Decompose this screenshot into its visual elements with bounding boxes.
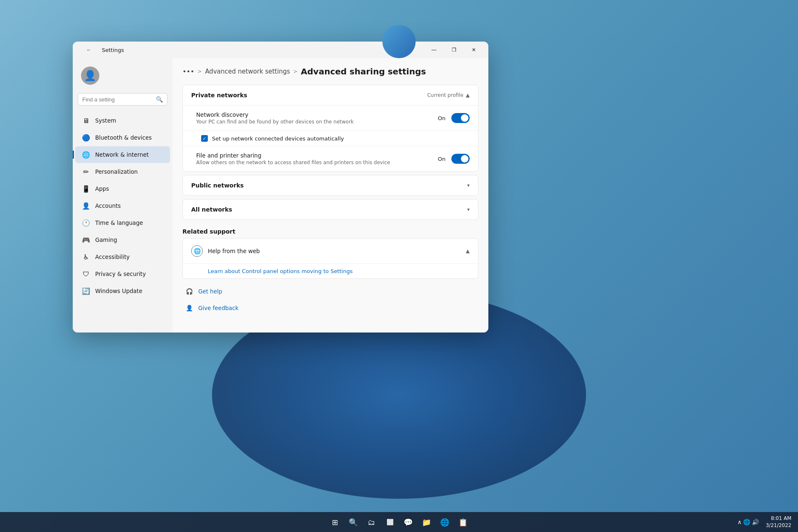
minimize-button[interactable]: — bbox=[424, 43, 443, 57]
network-discovery-desc: Your PC can find and be found by other d… bbox=[196, 119, 438, 125]
sidebar-item-time[interactable]: 🕐 Time & language bbox=[75, 214, 170, 231]
help-from-web-card: 🌐 Help from the web ▲ Learn about Contro… bbox=[182, 238, 478, 279]
taskbar-chevron-icon[interactable]: ∧ bbox=[737, 519, 741, 525]
give-feedback-item[interactable]: 👤 Give feedback bbox=[182, 300, 478, 315]
sidebar-item-accounts[interactable]: 👤 Accounts bbox=[75, 197, 170, 214]
title-bar: ← Settings — ❐ ✕ bbox=[73, 42, 488, 58]
network-discovery-label: Network discovery bbox=[196, 111, 438, 118]
taskbar-explorer-button[interactable]: 📁 bbox=[419, 515, 434, 530]
sidebar-item-privacy[interactable]: 🛡 Privacy & security bbox=[75, 266, 170, 282]
taskbar-right: ∧ 🌐 🔊 8:01 AM 3/21/2022 bbox=[737, 515, 791, 529]
sidebar-item-gaming[interactable]: 🎮 Gaming bbox=[75, 232, 170, 248]
taskbar-chat-button[interactable]: 💬 bbox=[401, 515, 416, 530]
file-printer-label: File and printer sharing bbox=[196, 152, 438, 159]
nav-label-bluetooth: Bluetooth & devices bbox=[95, 134, 152, 141]
nav-icon-apps: 📱 bbox=[82, 185, 90, 193]
taskbar-store-button[interactable]: 📋 bbox=[456, 515, 470, 530]
window-title: Settings bbox=[102, 47, 124, 53]
get-help-icon: 🎧 bbox=[184, 286, 194, 296]
nav-icon-update: 🔄 bbox=[82, 287, 90, 295]
taskbar-date-text: 3/21/2022 bbox=[766, 522, 791, 529]
nav-icon-personalization: ✏️ bbox=[82, 167, 90, 176]
help-link[interactable]: Learn about Control panel options moving… bbox=[183, 264, 478, 278]
taskbar-taskview-button[interactable]: 🗂 bbox=[364, 515, 379, 530]
nav-label-accessibility: Accessibility bbox=[95, 254, 130, 260]
public-networks-chevron: ▾ bbox=[467, 182, 470, 188]
all-networks-header[interactable]: All networks ▾ bbox=[183, 200, 478, 219]
all-networks-card: All networks ▾ bbox=[182, 199, 478, 220]
auto-setup-label: Set up network connected devices automat… bbox=[212, 135, 344, 142]
user-avatar: 👤 bbox=[73, 62, 172, 93]
nav-icon-time: 🕐 bbox=[82, 219, 90, 227]
file-printer-toggle-label: On bbox=[438, 156, 446, 162]
sidebar-item-network[interactable]: 🌐 Network & internet bbox=[75, 146, 170, 163]
nav-icon-system: 🖥 bbox=[82, 116, 90, 125]
sidebar-item-bluetooth[interactable]: 🔵 Bluetooth & devices bbox=[75, 129, 170, 146]
taskbar-edge-button[interactable]: 🌐 bbox=[437, 515, 452, 530]
settings-window: ← Settings — ❐ ✕ 👤 🔍 🖥 Sys bbox=[73, 42, 488, 332]
window-body: 👤 🔍 🖥 System 🔵 Bluetooth & devices 🌐 Net… bbox=[73, 58, 488, 332]
taskbar-widgets-button[interactable]: ⬜ bbox=[382, 515, 397, 530]
taskbar-volume-icon[interactable]: 🔊 bbox=[752, 519, 759, 525]
sidebar-item-apps[interactable]: 📱 Apps bbox=[75, 180, 170, 197]
auto-setup-checkbox[interactable]: ✓ bbox=[201, 135, 208, 142]
taskbar-network-icon[interactable]: 🌐 bbox=[743, 519, 750, 525]
give-feedback-text: Give feedback bbox=[198, 305, 239, 311]
title-bar-controls: — ❐ ✕ bbox=[424, 43, 483, 57]
taskbar-center: ⊞ 🔍 🗂 ⬜ 💬 📁 🌐 📋 bbox=[328, 515, 470, 530]
help-from-web-header[interactable]: 🌐 Help from the web ▲ bbox=[183, 239, 478, 264]
search-box[interactable]: 🔍 bbox=[78, 93, 167, 106]
sidebar-item-personalization[interactable]: ✏️ Personalization bbox=[75, 163, 170, 180]
help-from-web-header-inner: 🌐 Help from the web bbox=[191, 245, 260, 257]
restore-button[interactable]: ❐ bbox=[444, 43, 463, 57]
nav-label-gaming: Gaming bbox=[95, 236, 117, 243]
network-discovery-toggle-label: On bbox=[438, 115, 446, 121]
taskbar-sys-icons: ∧ 🌐 🔊 bbox=[737, 519, 759, 525]
breadcrumb-dots[interactable]: ••• bbox=[182, 68, 194, 76]
breadcrumb-sep1: > bbox=[197, 69, 202, 74]
nav-label-time: Time & language bbox=[95, 219, 143, 226]
close-button[interactable]: ✕ bbox=[464, 43, 483, 57]
network-discovery-info: Network discovery Your PC can find and b… bbox=[196, 111, 438, 125]
network-discovery-row: Network discovery Your PC can find and b… bbox=[183, 105, 478, 131]
public-networks-title: Public networks bbox=[191, 182, 244, 189]
network-discovery-toggle[interactable] bbox=[451, 113, 470, 123]
help-globe-icon: 🌐 bbox=[191, 245, 203, 257]
get-help-item[interactable]: 🎧 Get help bbox=[182, 284, 478, 299]
sidebar-item-accessibility[interactable]: ♿ Accessibility bbox=[75, 249, 170, 265]
nav-label-apps: Apps bbox=[95, 185, 109, 192]
get-help-text: Get help bbox=[198, 288, 222, 295]
main-content: ••• > Advanced network settings > Advanc… bbox=[172, 58, 488, 332]
top-avatar-decoration bbox=[382, 25, 416, 58]
nav-label-accounts: Accounts bbox=[95, 202, 121, 209]
avatar-person-icon: 👤 bbox=[84, 70, 96, 81]
public-networks-header[interactable]: Public networks ▾ bbox=[183, 175, 478, 195]
taskbar-time-text: 8:01 AM bbox=[766, 515, 791, 522]
taskbar-clock[interactable]: 8:01 AM 3/21/2022 bbox=[766, 515, 791, 529]
breadcrumb-advanced-network[interactable]: Advanced network settings bbox=[205, 68, 290, 75]
nav-icon-accounts: 👤 bbox=[82, 202, 90, 210]
private-networks-header[interactable]: Private networks Current profile ▲ bbox=[183, 85, 478, 105]
file-printer-info: File and printer sharing Allow others on… bbox=[196, 152, 438, 165]
nav-label-personalization: Personalization bbox=[95, 168, 138, 175]
nav-items-container: 🖥 System 🔵 Bluetooth & devices 🌐 Network… bbox=[73, 112, 172, 299]
nav-label-privacy: Privacy & security bbox=[95, 271, 146, 277]
sidebar-item-system[interactable]: 🖥 System bbox=[75, 112, 170, 129]
taskbar-start-button[interactable]: ⊞ bbox=[328, 515, 342, 530]
file-printer-toggle[interactable] bbox=[451, 154, 470, 164]
breadcrumb-sep2: > bbox=[293, 69, 298, 74]
nav-icon-privacy: 🛡 bbox=[82, 270, 90, 278]
breadcrumb-current: Advanced sharing settings bbox=[301, 66, 426, 76]
private-networks-title: Private networks bbox=[191, 92, 247, 99]
network-discovery-toggle-wrapper: On bbox=[438, 113, 470, 123]
public-networks-card: Public networks ▾ bbox=[182, 175, 478, 196]
file-printer-sharing-row: File and printer sharing Allow others on… bbox=[183, 146, 478, 171]
search-input[interactable] bbox=[82, 96, 153, 103]
nav-label-network: Network & internet bbox=[95, 151, 149, 158]
back-button[interactable]: ← bbox=[79, 43, 99, 57]
sidebar: 👤 🔍 🖥 System 🔵 Bluetooth & devices 🌐 Net… bbox=[73, 58, 172, 332]
sidebar-item-update[interactable]: 🔄 Windows Update bbox=[75, 283, 170, 299]
bottom-links: 🎧 Get help 👤 Give feedback bbox=[182, 284, 478, 315]
auto-setup-checkbox-row: ✓ Set up network connected devices autom… bbox=[183, 131, 478, 146]
taskbar-search-button[interactable]: 🔍 bbox=[346, 515, 361, 530]
